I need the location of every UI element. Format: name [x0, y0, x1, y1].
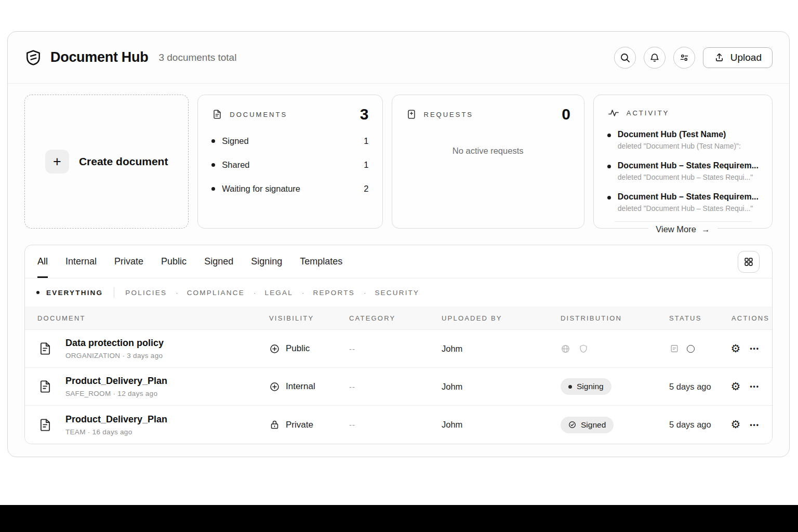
tab-signed[interactable]: Signed — [204, 245, 233, 278]
activity-item-title: Document Hub (Test Name) — [618, 130, 759, 139]
filter-reports[interactable]: REPORTS — [293, 289, 355, 297]
documents-total-subtitle: 3 documents total — [158, 52, 236, 63]
visibility-cell: Internal — [269, 381, 349, 392]
bullet-dot — [568, 385, 572, 389]
activity-item-body: Document Hub (Test Name) deleted "Docume… — [618, 130, 759, 150]
tab-all[interactable]: All — [37, 245, 48, 278]
preferences-button[interactable] — [673, 47, 695, 69]
tab-public[interactable]: Public — [161, 245, 187, 278]
bullet-dot — [607, 165, 611, 168]
bell-icon — [649, 52, 660, 63]
tab-private[interactable]: Private — [114, 245, 143, 278]
requests-count: 0 — [562, 107, 570, 122]
activity-item-title: Document Hub – States Requirem... — [618, 161, 759, 170]
filter-legal[interactable]: LEGAL — [245, 289, 293, 297]
header-actions: Upload — [614, 47, 773, 69]
visibility-cell: Private — [269, 419, 349, 430]
filter-policies[interactable]: POLICIES — [125, 289, 167, 297]
visibility-cell: Public — [269, 343, 349, 354]
tab-templates[interactable]: Templates — [300, 245, 342, 278]
more-actions-icon[interactable]: ••• — [750, 421, 760, 429]
view-more-link[interactable]: View More → — [648, 224, 717, 234]
notifications-button[interactable] — [644, 47, 666, 69]
document-text: Product_Delivery_Plan TEAM · 16 days ago — [65, 414, 167, 436]
stat-label: Shared — [222, 160, 249, 170]
filter-everything[interactable]: EVERYTHING — [36, 289, 103, 297]
document-icon — [37, 379, 53, 394]
actions-cell: ⚙ ••• — [732, 343, 760, 354]
create-document-label: Create document — [79, 155, 168, 168]
filter-compliance[interactable]: COMPLIANCE — [167, 289, 245, 297]
bullet-dot — [607, 196, 611, 200]
activity-card-header: ACTIVITY — [607, 107, 759, 119]
grid-view-button[interactable] — [738, 251, 760, 273]
gear-icon[interactable]: ⚙ — [731, 343, 741, 354]
no-requests-text: No active requests — [406, 146, 570, 156]
globe-plus-icon — [269, 343, 280, 354]
gear-icon[interactable]: ⚙ — [731, 419, 741, 430]
category-cell: -- — [349, 344, 442, 353]
activity-item-detail: deleted "Document Hub – States Requi..." — [618, 173, 759, 181]
filter-divider — [114, 287, 114, 298]
document-meta: SAFE_ROOM · 12 days ago — [65, 390, 167, 397]
stat-value: 2 — [364, 184, 368, 194]
sliders-icon — [679, 52, 690, 63]
visibility-label: Internal — [286, 381, 315, 392]
stat-value: 1 — [364, 136, 368, 146]
documents-count: 3 — [360, 107, 369, 122]
signed-badge: Signed — [561, 417, 614, 433]
status-cell: 5 days ago — [669, 420, 732, 430]
plus-icon: + — [45, 150, 69, 174]
document-icon — [211, 109, 223, 120]
document-cell: Product_Delivery_Plan SAFE_ROOM · 12 day… — [37, 376, 269, 397]
activity-item-title: Document Hub – States Requirem... — [618, 192, 759, 202]
documents-stat-card: DOCUMENTS 3 Signed 1 Shared 1 Waiting fo… — [197, 95, 382, 229]
table-row[interactable]: Product_Delivery_Plan TEAM · 16 days ago… — [25, 406, 772, 444]
bullet-dot — [211, 187, 215, 191]
more-actions-icon[interactable]: ••• — [750, 383, 760, 390]
search-button[interactable] — [614, 47, 636, 69]
bottom-black-bar — [0, 505, 798, 532]
document-meta: ORGANIZATION · 3 days ago — [65, 352, 164, 360]
activity-divider — [615, 221, 751, 222]
filter-security[interactable]: SECURITY — [355, 289, 419, 297]
tab-signing[interactable]: Signing — [251, 245, 282, 278]
uploaded-by-cell: Johm — [442, 420, 561, 430]
distribution-cell: Signing — [561, 378, 669, 395]
document-name: Product_Delivery_Plan — [65, 376, 167, 387]
check-circle-icon — [568, 421, 576, 429]
actions-cell: ⚙ ••• — [732, 381, 760, 392]
documents-card-header: DOCUMENTS 3 — [211, 107, 368, 122]
table-row[interactable]: Data protection policy ORGANIZATION · 3 … — [25, 330, 772, 368]
pulse-icon — [607, 107, 620, 119]
activity-item-body: Document Hub – States Requirem... delete… — [618, 192, 759, 212]
actions-cell: ⚙ ••• — [732, 419, 760, 430]
column-actions: ACTIONS — [732, 314, 760, 322]
app-header: Document Hub 3 documents total — [8, 32, 789, 84]
upload-button[interactable]: Upload — [703, 47, 773, 68]
table-row[interactable]: Product_Delivery_Plan SAFE_ROOM · 12 day… — [25, 368, 772, 406]
visibility-label: Private — [286, 420, 313, 430]
activity-item-detail: deleted "Document Hub (Test Name)": — [618, 142, 759, 150]
document-text: Product_Delivery_Plan SAFE_ROOM · 12 day… — [65, 376, 167, 397]
more-actions-icon[interactable]: ••• — [750, 345, 760, 352]
category-cell: -- — [349, 382, 442, 391]
activity-item-detail: deleted "Document Hub – States Requi..." — [618, 204, 759, 212]
documents-card-title: DOCUMENTS — [230, 111, 353, 118]
tab-internal[interactable]: Internal — [65, 245, 97, 278]
badge-label: Signed — [581, 420, 606, 430]
visibility-label: Public — [286, 343, 310, 354]
gear-icon[interactable]: ⚙ — [731, 381, 741, 392]
upload-icon — [714, 52, 725, 63]
status-cell: 5 days ago — [669, 382, 732, 392]
category-cell: -- — [349, 420, 442, 429]
upload-button-label: Upload — [730, 52, 762, 63]
stat-label: Waiting for signature — [222, 184, 300, 194]
document-hub-panel: Document Hub 3 documents total — [7, 31, 790, 457]
column-visibility: VISIBILITY — [269, 314, 349, 322]
create-document-card[interactable]: + Create document — [24, 95, 189, 229]
grid-icon — [743, 257, 754, 267]
document-cell: Data protection policy ORGANIZATION · 3 … — [37, 338, 269, 360]
activity-item: Document Hub – States Requirem... delete… — [607, 192, 759, 212]
document-text: Data protection policy ORGANIZATION · 3 … — [65, 338, 164, 360]
